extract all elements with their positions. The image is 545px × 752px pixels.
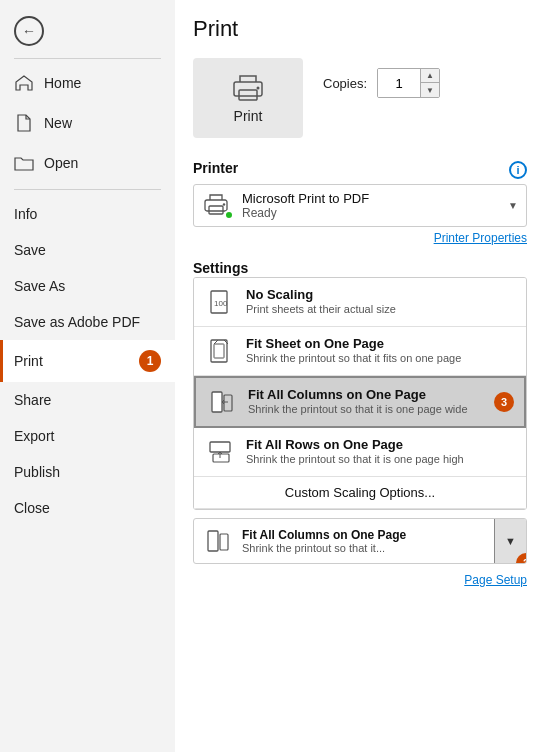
open-folder-icon [14, 153, 34, 173]
printer-icon [230, 72, 266, 102]
sidebar-item-new-label: New [44, 115, 72, 131]
sidebar-item-share-label: Share [14, 392, 51, 408]
sidebar-item-close-label: Close [14, 500, 50, 516]
custom-scaling-button[interactable]: Custom Scaling Options... [194, 477, 526, 509]
svg-rect-14 [208, 531, 218, 551]
copies-arrows: ▲ ▼ [420, 69, 439, 97]
sidebar-item-info[interactable]: Info [0, 196, 175, 232]
bottom-dropdown-text: Fit All Columns on One Page Shrink the p… [242, 528, 486, 554]
printer-info-icon[interactable]: i [509, 161, 527, 179]
print-button-label: Print [234, 108, 263, 124]
sidebar-item-save[interactable]: Save [0, 232, 175, 268]
new-doc-icon [14, 113, 34, 133]
settings-item-no-scaling[interactable]: 100 No Scaling Print sheets at their act… [194, 278, 526, 327]
bottom-dropdown-arrow-button[interactable]: ▼ 2 [494, 519, 526, 563]
printer-section-title: Printer [193, 160, 238, 176]
settings-item-no-scaling-text: No Scaling Print sheets at their actual … [246, 287, 516, 316]
sidebar-item-save-adobe-label: Save as Adobe PDF [14, 314, 140, 330]
settings-item-fit-sheet[interactable]: Fit Sheet on One Page Shrink the printou… [194, 327, 526, 376]
settings-item-fit-columns-title: Fit All Columns on One Page [248, 387, 484, 402]
printer-header-row: Printer i [193, 156, 527, 184]
printer-section: Printer i Microsoft Print to PDF Ready ▼ [193, 156, 527, 245]
sidebar-item-close[interactable]: Close [0, 490, 175, 526]
bottom-dropdown-icon [202, 525, 234, 557]
sidebar-item-save-adobe[interactable]: Save as Adobe PDF [0, 304, 175, 340]
info-icon-label: i [516, 164, 519, 176]
svg-rect-4 [209, 206, 223, 214]
sidebar-item-save-label: Save [14, 242, 46, 258]
printer-properties-link[interactable]: Printer Properties [193, 231, 527, 245]
no-scaling-icon: 100 [204, 286, 236, 318]
svg-rect-10 [212, 392, 222, 412]
sidebar-top-divider [14, 58, 161, 59]
settings-item-fit-rows[interactable]: Fit All Rows on One Page Shrink the prin… [194, 428, 526, 477]
svg-rect-12 [210, 442, 230, 452]
settings-item-fit-rows-text: Fit All Rows on One Page Shrink the prin… [246, 437, 516, 466]
svg-rect-11 [224, 395, 232, 411]
printer-dropdown[interactable]: Microsoft Print to PDF Ready ▼ [193, 184, 527, 227]
sidebar-item-save-as[interactable]: Save As [0, 268, 175, 304]
settings-list: 100 No Scaling Print sheets at their act… [193, 277, 527, 510]
sidebar-item-print[interactable]: Print 1 [0, 340, 175, 382]
copies-area: Copies: ▲ ▼ [323, 58, 440, 98]
copies-input[interactable] [378, 69, 420, 97]
home-icon [14, 73, 34, 93]
printer-icon-wrap [202, 192, 234, 220]
printer-dropdown-arrow-icon: ▼ [508, 200, 518, 211]
copies-spinner: ▲ ▼ [377, 68, 440, 98]
printer-ready-dot [224, 210, 234, 220]
print-area: Print Copies: ▲ ▼ [193, 58, 527, 138]
sidebar-item-open[interactable]: Open [0, 143, 175, 183]
sidebar-item-open-label: Open [44, 155, 78, 171]
bottom-dropdown-content[interactable]: Fit All Columns on One Page Shrink the p… [194, 519, 494, 563]
settings-item-no-scaling-title: No Scaling [246, 287, 516, 302]
printer-info: Microsoft Print to PDF Ready [242, 191, 500, 220]
svg-text:100: 100 [214, 299, 228, 308]
print-button[interactable]: Print [193, 58, 303, 138]
settings-item-fit-columns[interactable]: Fit All Columns on One Page Shrink the p… [194, 376, 526, 428]
settings-item-fit-rows-desc: Shrink the printout so that it is one pa… [246, 452, 516, 466]
sidebar-item-print-label: Print [14, 353, 43, 369]
sidebar-item-save-as-label: Save As [14, 278, 65, 294]
sidebar-item-share[interactable]: Share [0, 382, 175, 418]
sidebar-item-home[interactable]: Home [0, 63, 175, 103]
settings-item-fit-columns-text: Fit All Columns on One Page Shrink the p… [248, 387, 484, 416]
fit-rows-icon [204, 436, 236, 468]
settings-item-fit-sheet-title: Fit Sheet on One Page [246, 336, 516, 351]
sidebar-item-home-label: Home [44, 75, 81, 91]
svg-rect-15 [220, 534, 228, 550]
copies-up-arrow[interactable]: ▲ [421, 69, 439, 83]
sidebar-item-info-label: Info [14, 206, 37, 222]
svg-rect-1 [239, 90, 257, 100]
back-circle-icon: ← [14, 16, 44, 46]
settings-item-no-scaling-desc: Print sheets at their actual size [246, 302, 516, 316]
copies-label: Copies: [323, 76, 367, 91]
bottom-dropdown-arrow-icon: ▼ [505, 535, 516, 547]
fit-columns-icon [206, 386, 238, 418]
sidebar-item-export[interactable]: Export [0, 418, 175, 454]
badge-2: 2 [516, 553, 527, 564]
copies-down-arrow[interactable]: ▼ [421, 83, 439, 97]
sidebar-item-new[interactable]: New [0, 103, 175, 143]
svg-point-2 [257, 87, 260, 90]
badge-1: 1 [139, 350, 161, 372]
bottom-dropdown-title: Fit All Columns on One Page [242, 528, 486, 542]
badge-3: 3 [494, 392, 514, 412]
settings-item-fit-sheet-text: Fit Sheet on One Page Shrink the printou… [246, 336, 516, 365]
fit-sheet-icon [204, 335, 236, 367]
back-button[interactable]: ← [0, 8, 175, 54]
settings-item-fit-rows-title: Fit All Rows on One Page [246, 437, 516, 452]
settings-section-title: Settings [193, 260, 248, 276]
settings-item-fit-sheet-desc: Shrink the printout so that it fits on o… [246, 351, 516, 365]
svg-rect-13 [213, 454, 229, 462]
page-title: Print [193, 16, 527, 42]
sidebar-mid-divider [14, 189, 161, 190]
settings-section: Settings 100 No Scaling Print sheets at … [193, 259, 527, 588]
sidebar: ← Home New Open Info [0, 0, 175, 752]
page-setup-link[interactable]: Page Setup [464, 573, 527, 587]
svg-point-5 [223, 203, 225, 205]
sidebar-item-publish[interactable]: Publish [0, 454, 175, 490]
printer-status: Ready [242, 206, 500, 220]
svg-rect-8 [211, 340, 227, 362]
bottom-dropdown-row: Fit All Columns on One Page Shrink the p… [193, 518, 527, 564]
